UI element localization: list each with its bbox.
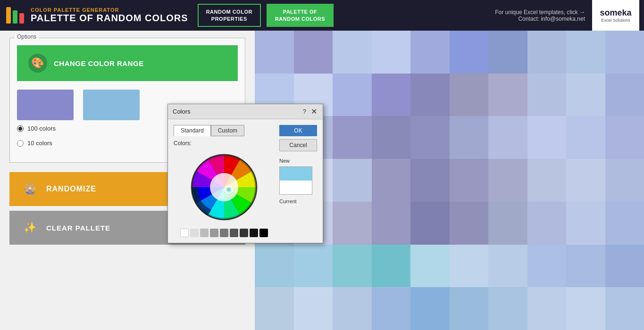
clear-label: CLEAR PALLETE: [46, 224, 110, 232]
grid-cell-47[interactable]: [527, 202, 567, 245]
grid-cell-51[interactable]: [294, 245, 333, 288]
gs-5[interactable]: [230, 229, 238, 237]
grid-cell-60[interactable]: [255, 287, 294, 330]
grid-cell-55[interactable]: [450, 245, 489, 288]
grid-cell-69[interactable]: [605, 287, 644, 330]
grid-cell-32[interactable]: [333, 159, 372, 202]
radio-10-colors[interactable]: [17, 140, 24, 147]
dialog-right-panel: OK Cancel New Current: [279, 125, 317, 237]
gs-2[interactable]: [200, 229, 209, 237]
svg-rect-3: [19, 13, 24, 24]
colors-dialog[interactable]: Colors ? ✕ Standard Custom Colors:: [167, 104, 323, 243]
grid-cell-5[interactable]: [450, 31, 489, 74]
nav-palette-random-colors[interactable]: PALETTE OF RANDOM COLORS: [267, 4, 334, 27]
grid-cell-17[interactable]: [527, 74, 567, 116]
grid-cell-38[interactable]: [566, 159, 605, 202]
grid-cell-67[interactable]: [527, 287, 567, 330]
grid-cell-29[interactable]: [605, 116, 644, 159]
grid-cell-6[interactable]: [488, 31, 527, 74]
grid-cell-24[interactable]: [410, 116, 450, 159]
grid-cell-37[interactable]: [527, 159, 567, 202]
dialog-cancel-button[interactable]: Cancel: [279, 139, 317, 151]
grid-cell-50[interactable]: [255, 245, 294, 288]
grid-cell-65[interactable]: [450, 287, 489, 330]
gs-6[interactable]: [240, 229, 248, 237]
tab-standard[interactable]: Standard: [174, 125, 211, 136]
dialog-body: Standard Custom Colors:: [168, 119, 323, 243]
color-wheel[interactable]: [186, 149, 262, 225]
grid-cell-46[interactable]: [488, 202, 527, 245]
grid-cell-58[interactable]: [566, 245, 605, 288]
grid-cell-12[interactable]: [333, 74, 372, 116]
grid-cell-53[interactable]: [372, 245, 411, 288]
grid-cell-45[interactable]: [450, 202, 489, 245]
grid-cell-57[interactable]: [527, 245, 567, 288]
grid-cell-2[interactable]: [333, 31, 372, 74]
grid-cell-3[interactable]: [372, 31, 411, 74]
nav-random-color-properties[interactable]: RANDOM COLOR PROPERTIES: [198, 4, 261, 27]
dialog-ok-button[interactable]: OK: [279, 125, 317, 136]
grid-cell-26[interactable]: [488, 116, 527, 159]
grid-cell-43[interactable]: [372, 202, 411, 245]
grid-cell-7[interactable]: [527, 31, 567, 74]
grid-cell-42[interactable]: [333, 202, 372, 245]
grid-cell-66[interactable]: [488, 287, 527, 330]
header: COLOR PALETTE GENERATOR PALETTE OF RANDO…: [0, 0, 644, 31]
grid-cell-1[interactable]: [294, 31, 333, 74]
grid-cell-18[interactable]: [566, 74, 605, 116]
gs-black[interactable]: [259, 229, 268, 237]
grid-cell-15[interactable]: [450, 74, 489, 116]
gs-4[interactable]: [220, 229, 228, 237]
change-color-range-button[interactable]: 🎨 CHANGE COLOR RANGE: [17, 45, 238, 81]
swatch-purple[interactable]: [17, 90, 74, 120]
randomize-icon: 🎡: [21, 180, 40, 198]
grid-cell-34[interactable]: [410, 159, 450, 202]
gs-white[interactable]: [180, 229, 189, 237]
grid-cell-8[interactable]: [566, 31, 605, 74]
grid-cell-4[interactable]: [410, 31, 450, 74]
clear-icon: ✨: [21, 218, 40, 237]
gs-7[interactable]: [250, 229, 258, 237]
grid-cell-16[interactable]: [488, 74, 527, 116]
left-panel: Options 🎨 CHANGE COLOR RANGE 100 colors …: [0, 31, 255, 330]
grid-cell-63[interactable]: [372, 287, 411, 330]
grid-cell-62[interactable]: [333, 287, 372, 330]
radio-100-colors[interactable]: [17, 125, 24, 132]
grid-cell-39[interactable]: [605, 159, 644, 202]
grid-cell-52[interactable]: [333, 245, 372, 288]
grid-cell-35[interactable]: [450, 159, 489, 202]
grid-cell-68[interactable]: [566, 287, 605, 330]
app-logo-icon: [5, 5, 26, 26]
main-area: Options 🎨 CHANGE COLOR RANGE 100 colors …: [0, 31, 644, 330]
grid-cell-49[interactable]: [605, 202, 644, 245]
grid-cell-13[interactable]: [372, 74, 411, 116]
gs-1[interactable]: [190, 229, 199, 237]
grid-cell-0[interactable]: [255, 31, 294, 74]
randomize-label: RANDOMIZE: [46, 185, 96, 193]
grid-cell-54[interactable]: [410, 245, 450, 288]
grid-cell-22[interactable]: [333, 116, 372, 159]
color-wheel-icon: 🎨: [28, 54, 47, 73]
swatch-blue[interactable]: [83, 90, 140, 120]
grid-cell-27[interactable]: [527, 116, 567, 159]
dialog-close-button[interactable]: ✕: [310, 107, 318, 116]
grid-cell-44[interactable]: [410, 202, 450, 245]
grid-cell-64[interactable]: [410, 287, 450, 330]
grid-cell-61[interactable]: [294, 287, 333, 330]
dialog-color-preview: [279, 166, 312, 195]
tab-custom[interactable]: Custom: [211, 125, 244, 136]
grid-cell-25[interactable]: [450, 116, 489, 159]
grid-cell-48[interactable]: [566, 202, 605, 245]
grid-cell-36[interactable]: [488, 159, 527, 202]
grid-cell-23[interactable]: [372, 116, 411, 159]
grid-cell-19[interactable]: [605, 74, 644, 116]
grid-cell-28[interactable]: [566, 116, 605, 159]
dialog-help-icon[interactable]: ?: [303, 108, 306, 115]
grid-cell-33[interactable]: [372, 159, 411, 202]
grid-cell-59[interactable]: [605, 245, 644, 288]
app-title: PALETTE OF RANDOM COLORS: [31, 13, 188, 24]
grid-cell-14[interactable]: [410, 74, 450, 116]
gs-3[interactable]: [210, 229, 218, 237]
grid-cell-56[interactable]: [488, 245, 527, 288]
grid-cell-9[interactable]: [605, 31, 644, 74]
